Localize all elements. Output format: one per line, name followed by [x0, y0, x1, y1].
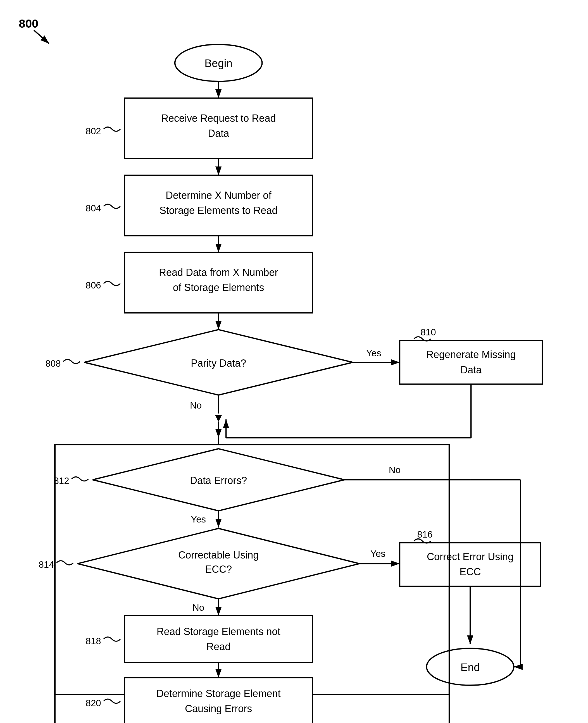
lbl810: 810 [421, 327, 436, 337]
svg-rect-148 [125, 616, 313, 663]
lbl820: 820 [86, 698, 101, 708]
flowchart-final: 800 Begin Receive Request to Read Data 8… [0, 0, 588, 723]
lbl808: 808 [45, 358, 61, 369]
n820-text1: Determine Storage Element [156, 688, 281, 699]
n806-text1: Read Data from X Number [159, 267, 278, 278]
yes814: Yes [371, 549, 385, 559]
n814-text2: ECC? [205, 563, 232, 575]
n814-text1: Correctable Using [178, 549, 259, 561]
n806-text2: of Storage Elements [173, 282, 264, 293]
lbl802: 802 [86, 126, 101, 136]
lbl816: 816 [417, 529, 433, 539]
n810-text1: Regenerate Missing [426, 349, 516, 360]
no812: No [389, 465, 401, 475]
lbl804: 804 [86, 203, 101, 213]
lbl814: 814 [39, 559, 54, 570]
fig800-label: 800 [19, 17, 38, 30]
n816-text2: ECC [460, 566, 481, 577]
n804-text1: Determine X Number of [166, 190, 272, 201]
n818-text2: Read [206, 641, 230, 652]
n808-text: Parity Data? [191, 358, 246, 369]
n812-text: Data Errors? [190, 475, 247, 486]
yes808: Yes [366, 348, 381, 358]
lbl806: 806 [86, 280, 101, 291]
n804-text2: Storage Elements to Read [160, 205, 278, 216]
n802-text1: Receive Request to Read [161, 112, 276, 124]
svg-rect-141 [400, 543, 541, 586]
lbl818: 818 [86, 636, 101, 646]
svg-rect-127 [400, 340, 543, 384]
n810-text2: Data [460, 364, 482, 376]
svg-rect-150 [125, 678, 313, 723]
begin-node: Begin [205, 57, 232, 69]
yes812: Yes [191, 514, 206, 525]
lbl812: 812 [54, 475, 69, 486]
n816-text1: Correct Error Using [427, 551, 513, 562]
n802-text2: Data [208, 128, 229, 139]
end-node: End [461, 661, 480, 673]
no814: No [192, 602, 204, 613]
no808: No [190, 400, 202, 410]
n818-text1: Read Storage Elements not [157, 626, 280, 637]
n820-text2: Causing Errors [185, 703, 252, 714]
